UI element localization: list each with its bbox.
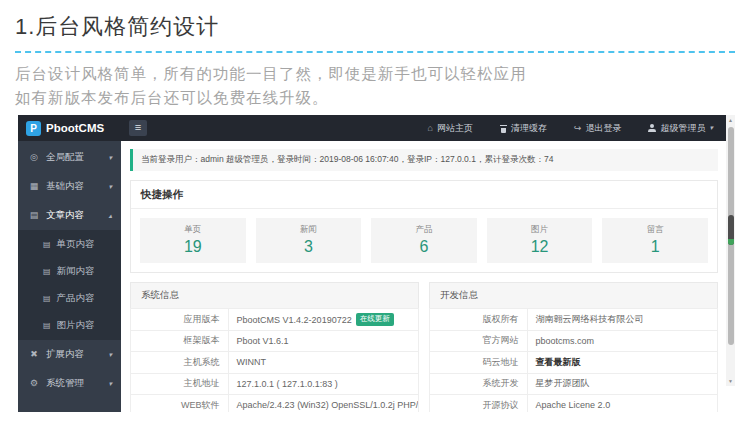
sidebar-subitem-label: 单页内容 [57,238,95,251]
row-label: 主机地址 [131,373,229,395]
sidebar: ◎ 全局配置 ▾ ▦ 基础内容 ▾ ▤ 文章内容 ▴ ▤ 单页内容 ▤ [18,141,121,412]
topnav-clear-cache[interactable]: 清理缓存 [500,122,547,135]
description-line-2: 如有新版本发布后台还可以免费在线升级。 [15,89,329,106]
sidebar-subitem-label: 新闻内容 [57,265,95,278]
sidebar-toggle-button[interactable]: ≡ [129,120,147,136]
table-row: 开源协议 Apache Licene 2.0 [430,395,717,412]
row-value: PbootCMS V1.4.2-20190722在线更新 [229,313,418,326]
quick-actions-panel: 快捷操作 单页 19 新闻 3 产品 6 图片 [130,180,718,273]
chevron-down-icon: ▾ [108,183,112,191]
table-row: 主机系统 WINNT [131,352,418,374]
table-row: 官方网站 pbootcms.com [430,331,717,353]
row-label: 官方网站 [430,330,528,352]
row-label: WEB软件 [131,395,229,413]
page-icon: ▤ [43,322,51,330]
latest-version-link[interactable]: 查看最新版 [528,356,717,369]
sidebar-item-label: 系统管理 [46,377,101,390]
topnav-account-menu[interactable]: 超级管理员 ▾ [648,122,713,135]
gear-icon: ⚙ [29,379,39,388]
row-value: pbootcms.com [528,336,717,346]
scroll-down-icon[interactable]: ▼ [726,378,735,384]
row-label: 主机系统 [131,352,229,374]
dashed-divider [15,51,735,53]
stat-card-single-page[interactable]: 单页 19 [140,218,246,263]
sidebar-item-label: 文章内容 [46,209,101,222]
sidebar-item-extended-content[interactable]: ✖ 扩展内容 ▾ [18,340,121,369]
table-row: 码云地址 查看最新版 [430,352,717,374]
system-info-title: 系统信息 [130,282,419,308]
sidebar-item-system-management[interactable]: ⚙ 系统管理 ▾ [18,369,121,398]
stat-card-picture[interactable]: 图片 12 [487,218,593,263]
quick-actions-title: 快捷操作 [131,181,717,209]
sidebar-item-global-config[interactable]: ◎ 全局配置 ▾ [18,143,121,172]
row-value: 湖南翱云网络科技有限公司 [528,313,717,326]
sidebar-submenu: ▤ 单页内容 ▤ 新闻内容 ▤ 产品内容 ▤ 图片内容 [18,230,121,340]
page-icon: ▤ [43,241,51,249]
sidebar-subitem-label: 图片内容 [57,319,95,332]
stat-value: 1 [602,238,708,256]
scroll-up-icon[interactable]: ▲ [726,117,735,123]
page-title: 1.后台风格简约设计 [0,0,750,42]
sidebar-item-article-content[interactable]: ▤ 文章内容 ▴ [18,201,121,230]
user-icon [648,124,656,132]
expand-arrows-icon: ✖ [29,350,39,359]
sidebar-subitem-picture[interactable]: ▤ 图片内容 [18,312,121,339]
stat-label: 产品 [371,224,477,236]
row-value: WINNT [229,357,418,367]
sidebar-subitem-news[interactable]: ▤ 新闻内容 [18,258,121,285]
chevron-down-icon: ▾ [108,351,112,359]
row-value: Apache/2.4.23 (Win32) OpenSSL/1.0.2j PHP… [229,400,418,410]
topnav-label: 清理缓存 [511,122,547,135]
home-icon: ⌂ [428,124,433,133]
scrollbar-thumb[interactable] [728,215,734,245]
topnav-logout[interactable]: ↪ 退出登录 [574,122,622,135]
dev-info-table: 版权所有 湖南翱云网络科技有限公司 官方网站 pbootcms.com 码云地址… [429,308,718,412]
table-row: 版权所有 湖南翱云网络科技有限公司 [430,309,717,331]
admin-panel-screenshot: P PbootCMS ≡ ⌂ 网站主页 清理缓存 ↪ 退出登录 超级管理员 ▾ [18,115,735,412]
sidebar-subitem-label: 产品内容 [57,292,95,305]
topnav-label: 网站主页 [437,122,473,135]
sidebar-item-basic-content[interactable]: ▦ 基础内容 ▾ [18,172,121,201]
stat-value: 19 [140,238,246,256]
stat-card-message[interactable]: 留言 1 [602,218,708,263]
stat-card-product[interactable]: 产品 6 [371,218,477,263]
table-row: WEB软件 Apache/2.4.23 (Win32) OpenSSL/1.0.… [131,395,418,412]
row-label: 版权所有 [430,309,528,331]
layers-icon: ▦ [29,182,39,191]
sidebar-subitem-product[interactable]: ▤ 产品内容 [18,285,121,312]
row-label: 开源协议 [430,395,528,413]
stat-value: 3 [256,238,362,256]
topnav-label: 超级管理员 [660,122,705,135]
chevron-down-icon: ▾ [108,380,112,388]
row-value: Pboot V1.6.1 [229,336,418,346]
main-content: 当前登录用户：admin 超级管理员，登录时间：2019-08-06 16:07… [121,141,735,412]
online-update-badge[interactable]: 在线更新 [356,313,394,326]
table-row: 系统开发 星梦开源团队 [430,374,717,396]
sidebar-item-label: 基础内容 [46,180,101,193]
topnav-label: 退出登录 [585,122,621,135]
row-value: 星梦开源团队 [528,377,717,390]
topbar: P PbootCMS ≡ ⌂ 网站主页 清理缓存 ↪ 退出登录 超级管理员 ▾ [18,115,735,141]
stat-label: 留言 [602,224,708,236]
stat-value: 6 [371,238,477,256]
globe-icon: ◎ [29,153,39,162]
system-info-table: 应用版本 PbootCMS V1.4.2-20190722在线更新 框架版本 P… [130,308,419,412]
page-icon: ▤ [43,295,51,303]
description-line-1: 后台设计风格简单，所有的功能一目了然，即使是新手也可以轻松应用 [15,65,527,82]
brand[interactable]: P PbootCMS [18,121,121,136]
row-label: 码云地址 [430,352,528,374]
stat-card-news[interactable]: 新闻 3 [256,218,362,263]
document-icon: ▤ [29,211,39,220]
row-value: 127.1.0.1 ( 127.1.0.1:83 ) [229,379,418,389]
sidebar-subitem-single-page[interactable]: ▤ 单页内容 [18,231,121,258]
topnav-site-home[interactable]: ⌂ 网站主页 [428,122,473,135]
logout-icon: ↪ [574,124,582,133]
chevron-up-icon: ▴ [108,212,112,220]
stat-value: 12 [487,238,593,256]
row-value: Apache Licene 2.0 [528,400,717,410]
topnav: ⌂ 网站主页 清理缓存 ↪ 退出登录 超级管理员 ▾ [428,122,736,135]
content-scrollbar[interactable]: ▲ ▼ [726,115,735,386]
trash-icon [500,124,507,133]
table-row: 主机地址 127.1.0.1 ( 127.1.0.1:83 ) [131,374,418,396]
login-info-banner: 当前登录用户：admin 超级管理员，登录时间：2019-08-06 16:07… [130,149,718,171]
